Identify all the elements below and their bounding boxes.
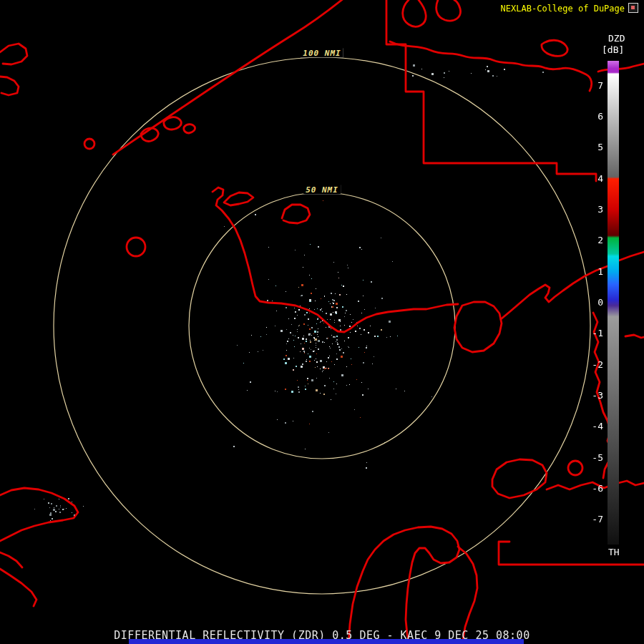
coastline xyxy=(436,0,461,21)
colorbar-tick: -3 xyxy=(575,391,603,401)
coastline xyxy=(213,187,458,332)
range-ring xyxy=(189,192,455,459)
radar-map xyxy=(0,0,644,644)
island xyxy=(0,77,19,95)
coastline xyxy=(348,527,459,644)
colorbar-product-label: DZD xyxy=(608,33,625,44)
island xyxy=(492,459,547,498)
colorbar-tick: 1 xyxy=(575,267,603,277)
island xyxy=(184,125,195,133)
colorbar-tick: -6 xyxy=(575,484,603,494)
colorbar-tick: 3 xyxy=(575,205,603,215)
site-link-icon[interactable] xyxy=(628,3,638,13)
range-rings xyxy=(54,57,590,594)
colorbar-tick: -1 xyxy=(575,328,603,338)
island xyxy=(0,488,78,541)
radar-viewport: NEXLAB-College of DuPage DZD [dB] TH DIF… xyxy=(0,0,644,644)
island-circle xyxy=(568,461,582,475)
peninsula xyxy=(454,302,502,352)
colorbar-tick: -7 xyxy=(575,514,603,525)
brand-text: NEXLAB-College of DuPage xyxy=(501,4,625,14)
colorbar-tick: 5 xyxy=(575,142,603,152)
colorbar-tick: 0 xyxy=(575,298,603,308)
island-circle xyxy=(84,139,94,149)
colorbar-tick: -4 xyxy=(575,421,603,431)
island xyxy=(164,117,181,130)
coastline xyxy=(113,0,343,155)
range-ring xyxy=(54,57,590,594)
coastline xyxy=(598,64,644,72)
colorbar xyxy=(608,61,619,545)
coastline xyxy=(0,569,36,606)
boundary-line xyxy=(499,542,644,565)
colorbar-tick: 7 xyxy=(575,81,603,91)
colorbar-threshold-label: TH xyxy=(608,547,620,557)
range-ring-label: 50 NMI xyxy=(303,185,341,195)
colorbar-units-label: [dB] xyxy=(602,44,624,55)
range-ring-label: 100 NMI xyxy=(301,49,343,58)
island xyxy=(542,40,567,56)
coastline xyxy=(625,335,644,338)
island xyxy=(0,44,27,64)
colorbar-tick: -5 xyxy=(575,453,603,463)
colorbar-tick: 2 xyxy=(575,235,603,245)
map-outlines xyxy=(0,0,644,644)
status-underline xyxy=(129,639,524,644)
coastline xyxy=(501,252,644,319)
coastline xyxy=(0,552,22,567)
island xyxy=(282,205,310,223)
island-circle xyxy=(127,238,145,256)
colorbar-tick: -2 xyxy=(575,360,603,370)
coastline xyxy=(390,42,592,91)
coastline xyxy=(403,0,426,26)
colorbar-tick: 6 xyxy=(575,112,603,122)
colorbar-tick: 4 xyxy=(575,174,603,184)
coastline xyxy=(224,192,253,205)
